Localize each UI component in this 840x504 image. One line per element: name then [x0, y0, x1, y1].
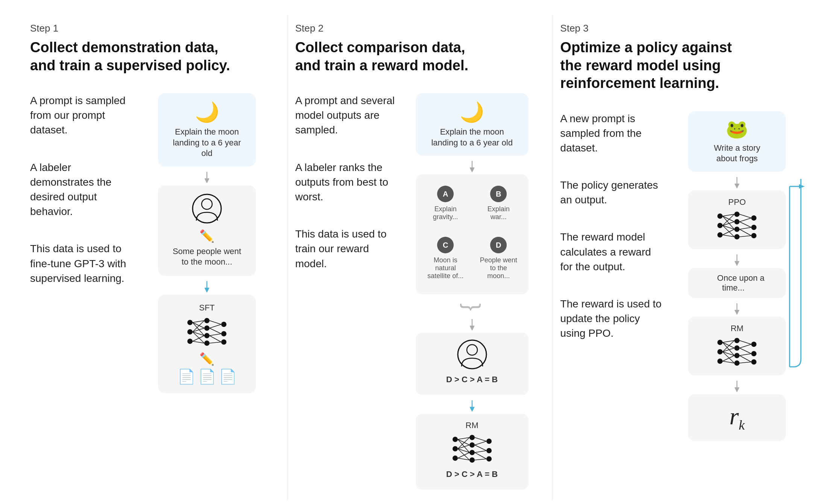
svg-line-81: [740, 222, 751, 227]
reward-symbol: rk: [729, 403, 745, 430]
step3-diagram: 🐸 Write a storyabout frogs PPO: [677, 111, 802, 444]
svg-line-79: [740, 214, 751, 218]
output-a: A Explain gravity...: [422, 180, 469, 226]
step2-labeler-card: D > C > A = B: [416, 333, 529, 395]
step1-desc1: A prompt is sampled from our prompt data…: [30, 93, 135, 138]
svg-point-90: [734, 338, 740, 343]
svg-marker-112: [735, 387, 739, 392]
step2-rm-card: RM: [416, 414, 529, 490]
svg-line-53: [475, 437, 486, 441]
svg-point-42: [486, 448, 492, 453]
person-icon-2: [457, 339, 487, 369]
ppo-neural-net: [714, 209, 759, 242]
svg-point-4: [187, 320, 193, 325]
step1-desc3: This data is used to fine-tune GPT-3 wit…: [30, 241, 135, 286]
step1-diagram: 🌙 Explain the moonlanding to a 6 year ol…: [147, 93, 272, 396]
step3-output-card: Once upon a time...: [688, 268, 786, 298]
output-letter-a: A: [437, 186, 454, 202]
arrow1: [202, 172, 211, 183]
svg-line-56: [475, 451, 486, 453]
svg-point-10: [204, 341, 210, 346]
doc-icons: 📄📄📄: [166, 368, 248, 385]
main-columns: Step 1 Collect demonstration data,and tr…: [23, 15, 817, 500]
svg-point-95: [751, 351, 756, 356]
svg-line-111: [740, 362, 751, 363]
svg-marker-113: [799, 184, 805, 189]
step3-flow: 🐸 Write a storyabout frogs PPO: [677, 111, 797, 444]
final-ranking: D > C > A = B: [422, 469, 522, 479]
svg-line-25: [210, 328, 221, 334]
step3-rm-card: RM: [688, 317, 786, 375]
svg-line-51: [458, 453, 469, 458]
svg-point-12: [221, 331, 226, 336]
svg-point-5: [187, 329, 193, 334]
svg-point-13: [221, 339, 226, 345]
svg-point-60: [717, 213, 723, 219]
output-text-d: People went to the moon...: [479, 256, 518, 280]
step2-descriptions: A prompt and several model outputs are s…: [295, 93, 401, 294]
svg-point-9: [204, 333, 210, 338]
svg-point-64: [734, 219, 740, 224]
svg-point-89: [717, 359, 723, 364]
svg-point-94: [751, 342, 756, 347]
ppo-label: PPO: [695, 197, 779, 207]
step3-output-text: Once upon a time...: [709, 268, 764, 298]
step1-output-text: Some people wentto the moon...: [166, 246, 248, 268]
svg-marker-33: [470, 407, 474, 412]
step1-sft-card: SFT: [158, 295, 256, 393]
svg-line-108: [740, 348, 751, 354]
step1-prompt-card: 🌙 Explain the moonlanding to a 6 year ol…: [158, 93, 256, 166]
step1-column: Step 1 Collect demonstration data,and tr…: [23, 15, 288, 500]
svg-line-15: [193, 322, 204, 328]
svg-point-32: [467, 345, 477, 355]
svg-point-61: [717, 223, 723, 228]
svg-line-55: [475, 445, 486, 451]
output-letter-c: C: [437, 237, 454, 253]
svg-point-41: [486, 439, 492, 444]
svg-line-23: [210, 321, 221, 324]
step1-content: A prompt is sampled from our prompt data…: [30, 93, 272, 396]
output-c: C Moon is natural satellite of...: [422, 232, 469, 285]
svg-line-77: [723, 229, 734, 235]
svg-point-39: [469, 450, 475, 455]
svg-line-109: [740, 354, 751, 356]
output-text-b: Explain war...: [479, 205, 518, 221]
step3-prompt-card: 🐸 Write a storyabout frogs: [688, 111, 786, 172]
step2-outputs-card: A Explain gravity... B Explain war... C …: [416, 174, 529, 294]
step1-flow: 🌙 Explain the moonlanding to a 6 year ol…: [147, 93, 267, 396]
output-text-a: Explain gravity...: [426, 205, 465, 221]
svg-point-93: [734, 360, 740, 366]
output-letter-b: B: [490, 186, 507, 202]
svg-point-6: [187, 339, 193, 344]
step2-arrow2: [468, 319, 477, 330]
step2-desc3: This data is used to train our reward mo…: [295, 227, 401, 271]
svg-line-27: [210, 336, 221, 342]
svg-point-40: [469, 457, 475, 463]
step3-reward-card: rk: [688, 394, 786, 441]
sft-label: SFT: [166, 303, 248, 313]
svg-line-98: [723, 342, 734, 348]
step2-desc2: A labeler ranks the outputs from best to…: [295, 160, 401, 204]
svg-line-71: [723, 216, 734, 222]
svg-line-80: [740, 218, 751, 222]
output-b: B Explain war...: [475, 180, 523, 226]
rm-neural-net: [450, 432, 495, 466]
svg-point-8: [204, 325, 210, 331]
svg-point-87: [717, 340, 723, 345]
step2-content: A prompt and several model outputs are s…: [295, 93, 538, 493]
step3-arrow4: [732, 381, 741, 392]
svg-point-91: [734, 345, 740, 351]
rm-label-3: RM: [695, 324, 779, 333]
brace-symbol: }: [463, 303, 481, 311]
svg-point-65: [734, 227, 740, 232]
svg-point-63: [734, 212, 740, 217]
step3-title: Optimize a policy againstthe reward mode…: [560, 39, 802, 92]
ranking-display: D > C > A = B: [422, 375, 522, 384]
step1-prompt-text: Explain the moonlanding to a 6 year old: [166, 127, 248, 159]
step3-desc2: The policy generates an output.: [560, 178, 665, 207]
step3-arrow3: [732, 303, 741, 315]
svg-point-92: [734, 353, 740, 358]
svg-line-26: [210, 334, 221, 336]
svg-line-28: [210, 342, 221, 343]
step2-column: Step 2 Collect comparison data,and train…: [288, 15, 553, 500]
